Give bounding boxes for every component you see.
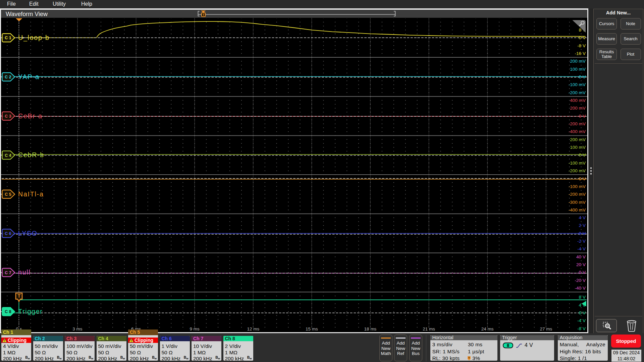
svg-text:-8 V: -8 V [577, 43, 586, 48]
svg-text:200 mV: 200 mV [570, 137, 586, 142]
svg-text:0 V: 0 V [579, 74, 586, 79]
svg-text:-200 mV: -200 mV [569, 121, 586, 126]
svg-text:LYSO: LYSO [18, 230, 38, 237]
svg-text:CeBr-a: CeBr-a [18, 112, 43, 120]
svg-text:-40 V: -40 V [575, 286, 586, 291]
svg-text:-20 V: -20 V [575, 278, 586, 283]
svg-text:null: null [18, 269, 31, 276]
svg-text:2 V: 2 V [579, 223, 586, 228]
svg-text:100 mV: 100 mV [570, 145, 586, 150]
svg-text:200 mV: 200 mV [570, 59, 586, 64]
svg-text:20 V: 20 V [576, 262, 586, 267]
svg-text:-400 mV: -400 mV [569, 207, 586, 213]
svg-text:0 V: 0 V [579, 176, 586, 181]
svg-text:-4 V: -4 V [577, 318, 586, 323]
svg-text:0 V: 0 V [579, 231, 586, 236]
svg-text:C 4: C 4 [5, 153, 11, 158]
svg-text:Trigger: Trigger [18, 308, 43, 315]
svg-text:-200 mV: -200 mV [569, 192, 586, 197]
svg-text:-100 mV: -100 mV [569, 161, 586, 166]
svg-text:C 8: C 8 [5, 310, 11, 314]
svg-text:12 ms: 12 ms [247, 326, 259, 331]
svg-text:C 1: C 1 [5, 36, 11, 41]
svg-text:-2 V: -2 V [577, 239, 586, 244]
svg-text:0 V: 0 V [579, 310, 586, 315]
svg-text:0 V: 0 V [579, 114, 586, 119]
svg-text:-100 mV: -100 mV [569, 184, 586, 189]
svg-text:24 ms: 24 ms [481, 326, 494, 331]
svg-text:27 ms: 27 ms [540, 326, 552, 331]
svg-text:T: T [203, 13, 205, 16]
svg-text:T: T [468, 356, 470, 360]
svg-text:-300 mV: -300 mV [569, 200, 586, 205]
svg-text:YAP-a: YAP-a [18, 73, 40, 80]
svg-text:18 ms: 18 ms [364, 326, 377, 331]
svg-text:100 mV: 100 mV [570, 67, 586, 72]
svg-text:C 7: C 7 [5, 270, 11, 275]
svg-text:T: T [18, 294, 21, 299]
svg-text:-16 V: -16 V [575, 51, 586, 56]
svg-text:400 mV: 400 mV [570, 98, 586, 103]
svg-text:0 V: 0 V [579, 153, 586, 158]
svg-text:CebR-b: CebR-b [18, 152, 44, 159]
svg-text:C 6: C 6 [5, 231, 11, 236]
svg-text:0 V: 0 V [579, 270, 586, 275]
svg-text:40 V: 40 V [576, 254, 586, 259]
svg-text:-200 mV: -200 mV [569, 90, 586, 95]
svg-text:-100 mV: -100 mV [569, 82, 586, 87]
svg-text:C 3: C 3 [5, 114, 11, 119]
svg-text:-4 V: -4 V [577, 247, 586, 252]
svg-text:21 ms: 21 ms [423, 326, 435, 331]
svg-text:-8 V: -8 V [577, 326, 586, 331]
svg-text:8 V: 8 V [579, 295, 586, 300]
svg-text:-400 mV: -400 mV [569, 129, 586, 134]
svg-text:-200 mV: -200 mV [569, 168, 586, 173]
svg-text:C 2: C 2 [5, 75, 11, 80]
svg-text:15 ms: 15 ms [306, 326, 318, 331]
svg-text:0 V: 0 V [579, 36, 586, 41]
svg-text:NaITl-a: NaITl-a [18, 190, 44, 198]
svg-text:C 5: C 5 [5, 192, 11, 197]
svg-text:200 mV: 200 mV [570, 106, 586, 111]
svg-text:9 ms: 9 ms [190, 326, 200, 331]
svg-text:4 V: 4 V [579, 215, 586, 220]
svg-text:3 ms: 3 ms [72, 326, 83, 331]
